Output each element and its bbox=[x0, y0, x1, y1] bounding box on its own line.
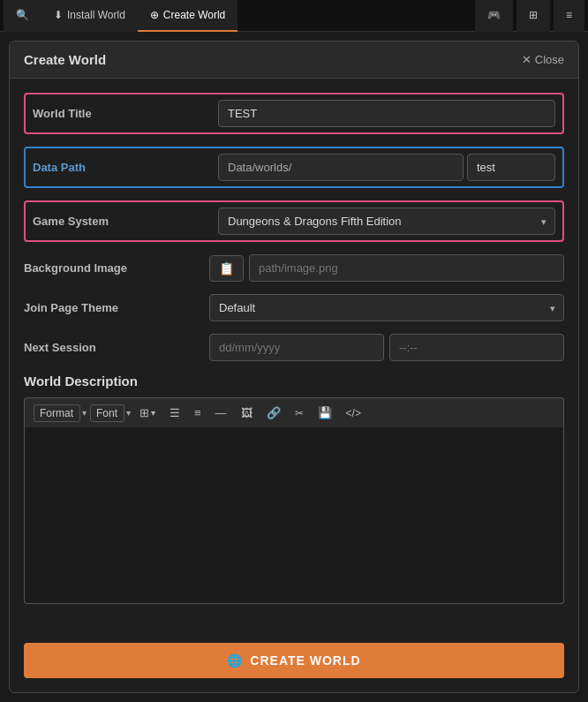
game-system-select[interactable]: Dungeons & Dragons Fifth Edition Pathfin… bbox=[218, 208, 555, 235]
game-icon-button[interactable]: 🎮 bbox=[475, 0, 513, 32]
format-select-wrapper: Format ▾ bbox=[34, 404, 87, 422]
create-world-modal: Create World ✕ Close World Title Data Pa… bbox=[9, 41, 579, 693]
hr-icon: — bbox=[215, 406, 227, 419]
editor-content-area[interactable] bbox=[24, 427, 564, 604]
grid-icon: ⊞ bbox=[529, 9, 538, 21]
table-icon: ⊞ bbox=[139, 406, 149, 419]
join-page-theme-label: Join Page Theme bbox=[24, 301, 209, 314]
image-button[interactable]: 🖼 bbox=[236, 404, 258, 422]
data-path-label: Data Path bbox=[33, 161, 218, 174]
install-world-button[interactable]: ⬇ Install World bbox=[41, 0, 138, 32]
download-icon: ⬇ bbox=[54, 9, 63, 21]
bullet-list-button[interactable]: ☰ bbox=[164, 404, 185, 422]
link-icon: 🔗 bbox=[267, 406, 281, 419]
search-button[interactable]: 🔍 bbox=[4, 0, 41, 32]
font-chevron-icon: ▾ bbox=[126, 408, 131, 418]
background-image-row: Background Image 📋 bbox=[24, 254, 564, 282]
modal-body: World Title Data Path Game System Dungeo… bbox=[10, 79, 578, 643]
table-chevron-icon: ▾ bbox=[151, 408, 155, 418]
next-session-label: Next Session bbox=[24, 341, 209, 354]
format-select[interactable]: Format bbox=[34, 404, 80, 422]
font-select-wrapper: Font ▾ bbox=[90, 404, 131, 422]
image-icon: 🖼 bbox=[241, 406, 253, 419]
code-icon: </> bbox=[346, 407, 361, 419]
format-chevron-icon: ▾ bbox=[82, 408, 87, 418]
create-world-tab-label: Create World bbox=[163, 9, 225, 21]
image-upload-icon: 📋 bbox=[219, 261, 234, 276]
unlink-icon: ✂ bbox=[295, 407, 304, 419]
data-path-value-input[interactable] bbox=[467, 154, 555, 181]
save-icon: 💾 bbox=[318, 406, 332, 419]
grid-view-button[interactable]: ⊞ bbox=[516, 0, 550, 32]
next-session-date-input[interactable] bbox=[209, 334, 384, 361]
globe-icon: 🌐 bbox=[227, 653, 243, 668]
background-image-picker-button[interactable]: 📋 bbox=[209, 255, 244, 282]
next-session-inputs bbox=[209, 334, 564, 361]
next-session-row: Next Session bbox=[24, 334, 564, 361]
world-title-label: World Title bbox=[33, 107, 218, 120]
search-icon: 🔍 bbox=[16, 9, 29, 21]
game-system-label: Game System bbox=[33, 215, 218, 228]
editor-toolbar: Format ▾ Font ▾ ⊞ ▾ ☰ bbox=[24, 397, 564, 427]
create-world-button-label: CREATE WORLD bbox=[250, 653, 360, 668]
game-system-row: Game System Dungeons & Dragons Fifth Edi… bbox=[24, 200, 564, 242]
list-icon: ≡ bbox=[566, 9, 572, 21]
world-description-section-title: World Description bbox=[24, 374, 564, 389]
join-page-theme-row: Join Page Theme Default Light Dark Fanta… bbox=[24, 294, 564, 321]
close-button[interactable]: ✕ Close bbox=[522, 53, 564, 66]
data-path-inputs bbox=[218, 154, 555, 181]
plus-icon: ⊕ bbox=[150, 9, 159, 21]
font-select[interactable]: Font bbox=[90, 404, 124, 422]
game-icon: 🎮 bbox=[487, 9, 501, 21]
next-session-time-input[interactable] bbox=[389, 334, 564, 361]
world-title-row: World Title bbox=[24, 93, 564, 134]
create-world-button[interactable]: 🌐 CREATE WORLD bbox=[24, 643, 564, 678]
list-view-button[interactable]: ≡ bbox=[554, 0, 584, 32]
data-path-row: Data Path bbox=[24, 147, 564, 188]
ordered-list-button[interactable]: ≡ bbox=[189, 404, 207, 422]
create-world-tab-button[interactable]: ⊕ Create World bbox=[138, 0, 237, 32]
modal-header: Create World ✕ Close bbox=[10, 42, 578, 79]
join-page-theme-select-wrapper: Default Light Dark Fantasy ▾ bbox=[209, 294, 564, 321]
background-image-input[interactable] bbox=[249, 254, 564, 282]
modal-title: Create World bbox=[24, 52, 106, 67]
close-label: Close bbox=[535, 53, 564, 66]
save-button[interactable]: 💾 bbox=[313, 404, 337, 422]
ordered-list-icon: ≡ bbox=[194, 406, 201, 419]
code-button[interactable]: </> bbox=[341, 404, 366, 422]
background-image-label: Background Image bbox=[24, 261, 209, 275]
unlink-button[interactable]: ✂ bbox=[290, 404, 309, 422]
game-system-select-wrapper: Dungeons & Dragons Fifth Edition Pathfin… bbox=[218, 208, 555, 235]
link-button[interactable]: 🔗 bbox=[261, 404, 286, 422]
close-icon: ✕ bbox=[522, 53, 531, 66]
table-button[interactable]: ⊞ ▾ bbox=[134, 404, 161, 422]
join-page-theme-select[interactable]: Default Light Dark Fantasy bbox=[209, 294, 564, 321]
hr-button[interactable]: — bbox=[210, 404, 232, 422]
data-path-prefix-input[interactable] bbox=[218, 154, 464, 181]
install-world-label: Install World bbox=[67, 9, 125, 21]
bullet-list-icon: ☰ bbox=[170, 406, 180, 419]
world-title-input[interactable] bbox=[218, 100, 555, 127]
